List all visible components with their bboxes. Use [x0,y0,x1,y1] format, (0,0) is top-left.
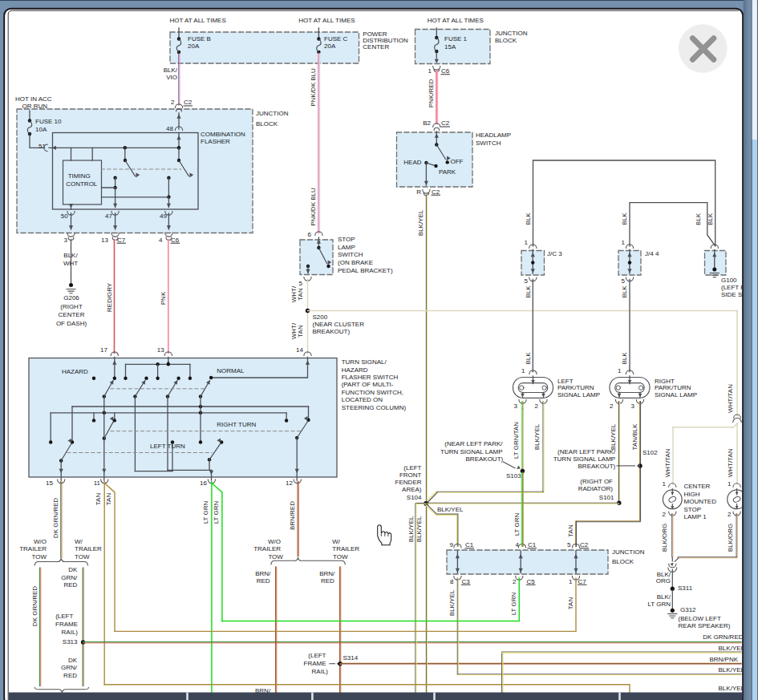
svg-text:RAIL): RAIL) [312,668,329,675]
svg-text:VIO: VIO [166,74,177,81]
svg-text:1: 1 [622,239,626,246]
svg-text:RED: RED [257,577,270,585]
svg-text:BLOCK: BLOCK [256,120,278,127]
svg-text:S313: S313 [63,638,78,645]
svg-text:J/C 3: J/C 3 [547,250,562,257]
svg-text:CENTER: CENTER [59,311,85,318]
svg-text:5: 5 [567,541,571,548]
svg-text:PNK/RED: PNK/RED [428,79,435,107]
svg-text:RAIL): RAIL) [62,629,79,636]
svg-text:R: R [416,188,421,196]
svg-text:SIGNAL LAMP: SIGNAL LAMP [557,391,600,399]
svg-text:48: 48 [166,125,173,132]
svg-text:SWITCH: SWITCH [476,140,501,147]
svg-text:LT GRN: LT GRN [213,500,220,524]
svg-text:14: 14 [296,346,303,354]
svg-text:(NEAR LEFT PARK/: (NEAR LEFT PARK/ [557,448,616,455]
svg-text:BLK/YEL: BLK/YEL [610,423,617,450]
svg-text:BLK/YEL: BLK/YEL [415,516,423,542]
svg-text:BRN/: BRN/ [255,570,271,577]
svg-text:W/O: W/O [268,538,281,545]
svg-text:B2: B2 [423,119,431,127]
svg-text:DK: DK [68,566,78,573]
svg-text:BLK: BLK [621,285,628,298]
svg-text:C1: C1 [528,541,537,548]
svg-text:MOUNTED: MOUNTED [684,498,717,505]
svg-text:C2: C2 [432,188,440,196]
svg-text:BRN/PNK: BRN/PNK [709,656,738,663]
svg-text:HIGH: HIGH [684,491,700,498]
svg-text:HAZARD: HAZARD [62,368,88,375]
svg-text:(RIGHT: (RIGHT [60,303,83,310]
svg-text:STEERING COLUMN): STEERING COLUMN) [342,404,407,411]
svg-text:TAN: TAN [105,493,112,506]
svg-text:G206: G206 [63,294,79,301]
svg-text:20A: 20A [324,42,336,50]
svg-text:5: 5 [525,277,529,285]
svg-text:2: 2 [513,578,517,585]
svg-text:BLK/YEL: BLK/YEL [417,209,424,236]
svg-text:RIGHT TURN: RIGHT TURN [217,421,256,428]
svg-text:2: 2 [663,511,667,518]
svg-text:RED: RED [63,581,77,589]
svg-text:BLK: BLK [525,212,532,225]
svg-text:BLK: BLK [525,352,532,365]
svg-text:W/: W/ [332,538,341,545]
svg-text:C5: C5 [527,578,536,585]
svg-text:LAMP 1: LAMP 1 [684,513,707,520]
svg-text:BLK/: BLK/ [657,593,671,601]
svg-text:LT GRN: LT GRN [510,592,517,615]
svg-text:OFF: OFF [451,158,464,165]
svg-text:1: 1 [525,239,529,246]
svg-text:TURN SIGNAL/: TURN SIGNAL/ [342,358,387,366]
svg-text:(ON BRAKE: (ON BRAKE [338,259,373,266]
svg-text:C2: C2 [580,541,589,548]
svg-text:SIDE S: SIDE S [721,291,742,298]
svg-text:HOT IN ACC: HOT IN ACC [15,95,52,103]
svg-text:CENTER: CENTER [684,483,711,490]
svg-text:BLK/YEL: BLK/YEL [533,423,541,450]
svg-text:PNK: PNK [160,291,167,305]
svg-text:WHT: WHT [63,260,78,267]
svg-text:1: 1 [663,480,667,488]
svg-text:BRN/RED: BRN/RED [289,501,296,530]
svg-text:ORG: ORG [656,577,671,585]
svg-text:PNK/DK BLU: PNK/DK BLU [310,68,317,107]
svg-text:HEADLAMP: HEADLAMP [476,132,511,139]
svg-text:BLK: BLK [525,285,532,298]
svg-text:BLK/YEL: BLK/YEL [448,589,456,616]
svg-text:FUNCTION SWITCH,: FUNCTION SWITCH, [342,389,403,396]
svg-text:8: 8 [450,578,454,585]
svg-text:BREAKOUT): BREAKOUT) [466,455,504,463]
svg-text:1: 1 [618,367,622,374]
svg-text:FENDER: FENDER [395,479,422,486]
svg-text:TAN: TAN [95,493,102,506]
svg-text:16: 16 [200,479,207,487]
svg-text:BREAKOUT): BREAKOUT) [578,463,616,470]
svg-text:LT GRN: LT GRN [202,500,209,524]
svg-text:RED: RED [321,577,334,585]
svg-text:TAN: TAN [297,325,304,338]
svg-text:PNK/DK BLU: PNK/DK BLU [310,188,317,226]
svg-text:BLK: BLK [621,352,628,365]
svg-text:6: 6 [308,231,312,238]
svg-text:TRAILER: TRAILER [253,545,281,552]
svg-text:BLK/YEL: BLK/YEL [719,685,745,692]
svg-text:(RIGHT OF: (RIGHT OF [580,478,613,485]
svg-text:BLK/: BLK/ [164,67,178,74]
svg-text:HOT AT ALL TIMES: HOT AT ALL TIMES [428,17,484,24]
svg-text:SWITCH: SWITCH [338,251,363,258]
svg-text:BLK/YEL: BLK/YEL [437,506,464,513]
svg-text:RED: RED [63,672,77,679]
svg-text:C7: C7 [117,237,126,244]
svg-text:TAN: TAN [567,524,574,537]
svg-text:TAN: TAN [297,288,304,301]
svg-text:13: 13 [101,237,108,244]
svg-text:TIMING: TIMING [68,172,91,180]
svg-text:W/: W/ [75,538,83,545]
svg-text:RADIATOR): RADIATOR) [578,485,614,492]
svg-text:2: 2 [171,99,175,106]
svg-text:(PART OF MULTI-: (PART OF MULTI- [342,381,394,388]
svg-text:BLK/YEL: BLK/YEL [407,516,415,542]
svg-text:C2: C2 [441,119,450,127]
